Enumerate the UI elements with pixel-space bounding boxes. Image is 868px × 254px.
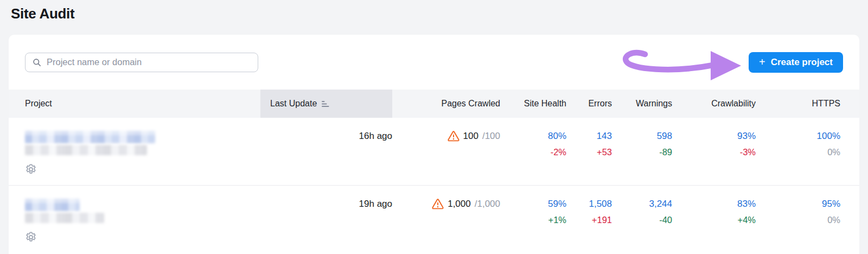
errors-value[interactable]: 1,508 <box>566 198 612 211</box>
errors-cell: 1,508 +191 <box>566 185 612 252</box>
site-health-cell: 80% -2% <box>500 118 566 185</box>
column-header-last-update[interactable]: Last Update <box>260 90 392 118</box>
project-settings-button[interactable] <box>25 163 37 175</box>
https-value[interactable]: 100% <box>756 130 840 143</box>
column-header-errors[interactable]: Errors <box>566 90 612 118</box>
warnings-value[interactable]: 598 <box>612 130 672 143</box>
project-search-box[interactable] <box>25 53 258 72</box>
https-value[interactable]: 95% <box>756 198 840 211</box>
page-title: Site Audit <box>11 5 74 22</box>
crawlability-cell: 93% -3% <box>672 118 756 185</box>
redacted-project-domain <box>25 145 147 155</box>
plus-icon: + <box>759 56 765 67</box>
column-header-pages-crawled[interactable]: Pages Crawled <box>392 90 500 118</box>
table-row: 19h ago 1,000/1,000 59 <box>9 185 859 252</box>
site-audit-panel: + Create project Project Last Update <box>9 35 859 254</box>
https-cell: 100% 0% <box>756 118 859 185</box>
project-cell <box>9 185 260 252</box>
warning-triangle-icon <box>432 199 444 209</box>
gear-icon <box>25 231 37 243</box>
site-health-delta: +1% <box>500 214 566 226</box>
warnings-delta: -89 <box>612 146 672 158</box>
project-cell <box>9 118 260 185</box>
site-health-cell: 59% +1% <box>500 185 566 252</box>
warnings-cell: 598 -89 <box>612 118 672 185</box>
pages-crawled-cell: 100/100 <box>392 118 500 185</box>
crawlability-value[interactable]: 93% <box>672 130 756 143</box>
site-health-value[interactable]: 59% <box>500 198 566 211</box>
warnings-value[interactable]: 3,244 <box>612 198 672 211</box>
warning-triangle-icon <box>448 131 459 142</box>
pages-crawled-cell: 1,000/1,000 <box>392 185 500 252</box>
errors-delta: +53 <box>566 146 612 158</box>
crawlability-value[interactable]: 83% <box>672 198 756 211</box>
sort-descending-icon <box>322 100 330 107</box>
site-health-delta: -2% <box>500 146 566 158</box>
pages-crawled-total: /100 <box>482 130 500 143</box>
pages-crawled-value: 1,000 <box>448 198 471 211</box>
create-project-button[interactable]: + Create project <box>749 52 843 73</box>
search-icon <box>33 58 41 67</box>
projects-table: Project Last Update Pages Crawled <box>9 90 859 252</box>
https-cell: 95% 0% <box>756 185 859 252</box>
column-header-https[interactable]: HTTPS <box>756 90 859 118</box>
last-update-label: Last Update <box>270 99 317 109</box>
site-health-value[interactable]: 80% <box>500 130 566 143</box>
crawlability-delta: +4% <box>672 214 756 226</box>
errors-value[interactable]: 143 <box>566 130 612 143</box>
last-update-cell: 16h ago <box>260 118 392 185</box>
column-header-site-health[interactable]: Site Health <box>500 90 566 118</box>
table-header-row: Project Last Update Pages Crawled <box>9 90 859 118</box>
redacted-project-domain <box>25 213 104 223</box>
column-header-crawlability[interactable]: Crawlability <box>672 90 756 118</box>
column-header-warnings[interactable]: Warnings <box>612 90 672 118</box>
redacted-project-name[interactable] <box>25 199 80 211</box>
crawlability-delta: -3% <box>672 146 756 158</box>
pages-crawled-total: /1,000 <box>475 198 500 211</box>
https-delta: 0% <box>756 146 840 158</box>
pages-crawled-value: 100 <box>463 130 478 143</box>
project-settings-button[interactable] <box>25 231 37 243</box>
annotation-arrow-icon <box>616 48 752 86</box>
column-header-project[interactable]: Project <box>9 90 260 118</box>
https-delta: 0% <box>756 214 840 226</box>
redacted-project-name[interactable] <box>25 131 155 143</box>
create-project-label: Create project <box>771 57 833 68</box>
warnings-delta: -40 <box>612 214 672 226</box>
errors-cell: 143 +53 <box>566 118 612 185</box>
toolbar: + Create project <box>9 35 859 90</box>
warnings-cell: 3,244 -40 <box>612 185 672 252</box>
errors-delta: +191 <box>566 214 612 226</box>
last-update-cell: 19h ago <box>260 185 392 252</box>
search-input[interactable] <box>47 57 251 67</box>
crawlability-cell: 83% +4% <box>672 185 756 252</box>
table-row: 16h ago 100/100 80% <box>9 118 859 185</box>
gear-icon <box>25 163 37 175</box>
